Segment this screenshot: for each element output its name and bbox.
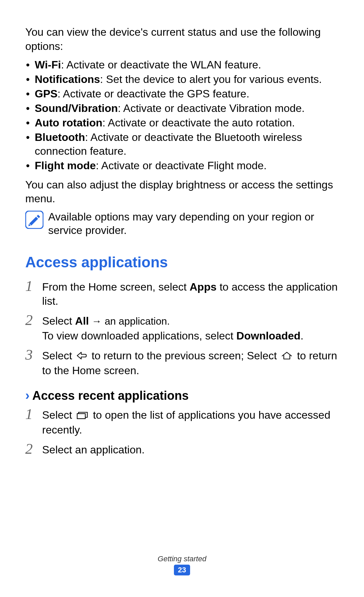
bullet-bluetooth: Bluetooth: Activate or deactivate the Bl…	[25, 130, 339, 158]
footer-section-name: Getting started	[0, 555, 364, 563]
bullet-wifi: Wi-Fi: Activate or deactivate the WLAN f…	[25, 58, 339, 72]
step-3: 3 Select to return to the previous scree…	[25, 349, 339, 378]
text-fragment: Select	[42, 315, 75, 327]
step-text: Select an application.	[42, 443, 339, 457]
chevron-right-icon: ›	[25, 388, 30, 403]
bullet-sound-vibration: Sound/Vibration: Activate or deactivate …	[25, 101, 339, 115]
back-arrow-icon	[77, 350, 87, 364]
heading-access-applications: Access applications	[25, 254, 339, 271]
bullet-label: GPS	[35, 88, 58, 100]
subheading-access-recent: › Access recent applications	[25, 388, 339, 403]
step-number-icon: 2	[25, 313, 42, 328]
bullet-label: Bluetooth	[35, 131, 85, 143]
bullet-desc: : Activate or deactivate Vibration mode.	[118, 102, 305, 114]
options-bullet-list: Wi-Fi: Activate or deactivate the WLAN f…	[25, 58, 339, 173]
bullet-desc: : Activate or deactivate the WLAN featur…	[61, 59, 261, 71]
text-fragment: → an application.	[89, 316, 170, 327]
step-text: Select All → an application. To view dow…	[42, 314, 339, 343]
also-paragraph: You can also adjust the display brightne…	[25, 178, 339, 206]
page-number-badge: 23	[174, 565, 190, 575]
step-2: 2 Select an application.	[25, 443, 339, 457]
step-2: 2 Select All → an application. To view d…	[25, 314, 339, 343]
intro-paragraph: You can view the device's current status…	[25, 25, 339, 53]
page-footer: Getting started 23	[0, 555, 364, 575]
bullet-desc: : Activate or deactivate Flight mode.	[96, 159, 267, 172]
text-fragment: Select	[42, 350, 75, 362]
text-bold: Apps	[189, 281, 216, 293]
bullet-label: Auto rotation	[35, 117, 102, 129]
text-fragment: To view downloaded applications, select	[42, 330, 236, 342]
step-number-icon: 3	[25, 348, 42, 362]
text-fragment: Select	[42, 409, 75, 421]
note-text: Available options may vary depending on …	[48, 210, 339, 237]
step-1: 1 From the Home screen, select Apps to a…	[25, 280, 339, 308]
bullet-notifications: Notifications: Set the device to alert y…	[25, 72, 339, 86]
text-bold: All	[75, 315, 89, 327]
bullet-gps: GPS: Activate or deactivate the GPS feat…	[25, 87, 339, 101]
subheading-text: Access recent applications	[32, 389, 189, 403]
bullet-label: Flight mode	[35, 159, 96, 172]
bullet-label: Sound/Vibration	[35, 102, 118, 114]
bullet-desc: : Activate or deactivate the auto rotati…	[102, 117, 295, 129]
home-icon	[281, 350, 293, 364]
step-second-line: To view downloaded applications, select …	[42, 329, 339, 343]
note-block: Available options may vary depending on …	[25, 210, 339, 237]
steps-list-2: 1 Select to open the list of application…	[25, 408, 339, 457]
bullet-label: Notifications	[35, 73, 100, 85]
bullet-label: Wi-Fi	[35, 59, 61, 71]
text-fragment: to return to the previous screen; Select	[89, 350, 280, 362]
step-number-icon: 1	[25, 407, 42, 422]
recent-apps-icon	[77, 409, 89, 423]
bullet-desc: : Set the device to alert you for variou…	[100, 73, 322, 85]
svg-rect-1	[77, 414, 85, 419]
bullet-desc: : Activate or deactivate the GPS feature…	[58, 88, 249, 100]
step-text: From the Home screen, select Apps to acc…	[42, 280, 339, 308]
steps-list-1: 1 From the Home screen, select Apps to a…	[25, 280, 339, 378]
step-number-icon: 1	[25, 279, 42, 294]
text-bold: Downloaded	[236, 330, 300, 342]
step-number-icon: 2	[25, 442, 42, 456]
step-1: 1 Select to open the list of application…	[25, 408, 339, 437]
note-icon	[25, 211, 43, 229]
bullet-flight-mode: Flight mode: Activate or deactivate Flig…	[25, 159, 339, 173]
text-fragment: .	[301, 330, 304, 342]
step-text: Select to open the list of applications …	[42, 408, 339, 437]
step-text: Select to return to the previous screen;…	[42, 349, 339, 378]
bullet-auto-rotation: Auto rotation: Activate or deactivate th…	[25, 116, 339, 130]
text-fragment: From the Home screen, select	[42, 281, 189, 293]
